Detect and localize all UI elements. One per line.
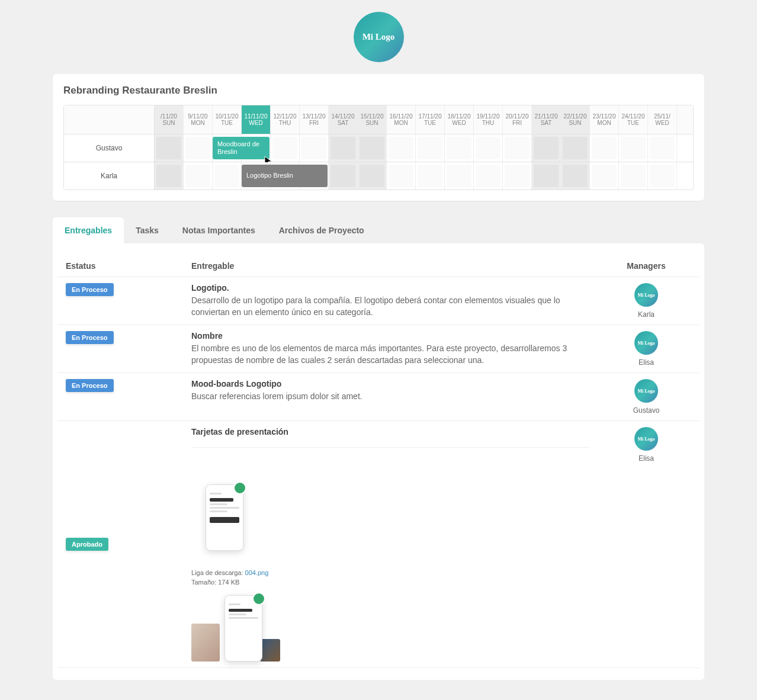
- gantt-cell[interactable]: [561, 162, 590, 190]
- deliverable-title[interactable]: Mood-boards Logotipo: [191, 379, 589, 388]
- image-thumb-icon: [191, 624, 220, 662]
- project-card: Rebranding Restaurante Breslin /11/20SUN…: [53, 74, 704, 201]
- image-thumb-icon: [260, 639, 280, 662]
- gantt-cell[interactable]: [416, 162, 445, 190]
- gantt-cell[interactable]: [387, 134, 416, 162]
- gantt-day-header: 22/11/20SUN: [561, 105, 590, 134]
- gantt-day-header: /11/20SUN: [155, 105, 184, 134]
- gantt-task-bar[interactable]: Moodboard de Breslin: [213, 137, 270, 159]
- deliverable-row: En ProcesoNombreEl nombre es uno de los …: [57, 325, 700, 373]
- gantt-day-header: 9/11/20MON: [184, 105, 213, 134]
- manager[interactable]: Mi LogoElisa: [593, 331, 700, 367]
- tabs: EntregablesTasksNotas ImportantesArchivo…: [53, 217, 704, 243]
- avatar: Mi Logo: [634, 283, 658, 307]
- tab-tasks[interactable]: Tasks: [124, 217, 171, 243]
- status-badge[interactable]: En Proceso: [66, 379, 114, 392]
- gantt-row: KarlaLogotipo Breslin: [64, 162, 693, 190]
- gantt-day-header: 16/11/20MON: [387, 105, 416, 134]
- gantt-cell[interactable]: [184, 162, 213, 190]
- gantt-day-header: 15/11/20SUN: [358, 105, 387, 134]
- gantt-cell[interactable]: [619, 162, 648, 190]
- gantt-cell[interactable]: [532, 162, 561, 190]
- gantt-day-header: 10/11/20TUE: [213, 105, 242, 134]
- gantt-cell[interactable]: [213, 162, 242, 190]
- gantt-cell[interactable]: [300, 134, 329, 162]
- logo-circle: Mi Logo: [354, 12, 404, 62]
- gantt-cell[interactable]: [271, 134, 300, 162]
- manager-name: Elisa: [639, 358, 654, 367]
- gantt-cell[interactable]: [387, 162, 416, 190]
- gantt-row-name: Gustavo: [64, 134, 155, 162]
- status-badge[interactable]: Aprobado: [66, 538, 108, 551]
- deliverable-title[interactable]: Tarjetas de presentación: [191, 427, 589, 436]
- gantt-day-header: 19/11/20THU: [474, 105, 503, 134]
- gantt-task-bar[interactable]: Logotipo Breslin: [242, 165, 328, 187]
- tab-archivos-de-proyecto[interactable]: Archivos de Proyecto: [267, 217, 376, 243]
- attachment-thumbnail[interactable]: [191, 595, 280, 662]
- gantt-day-header: 13/11/20FRI: [300, 105, 329, 134]
- gantt-cell[interactable]: [155, 134, 184, 162]
- gantt-cell[interactable]: [184, 134, 213, 162]
- col-header-status: Estatus: [57, 261, 188, 271]
- avatar: Mi Logo: [634, 331, 658, 355]
- status-dot-icon: [252, 592, 265, 605]
- manager-name: Elisa: [639, 454, 654, 463]
- avatar: Mi Logo: [634, 427, 658, 451]
- attachment-thumbnail[interactable]: [191, 470, 258, 565]
- gantt-cell[interactable]: [445, 162, 474, 190]
- gantt-header: /11/20SUN9/11/20MON10/11/20TUE11/11/20WE…: [64, 105, 693, 134]
- gantt-cell[interactable]: [474, 134, 503, 162]
- deliverable-title[interactable]: Logotipo.: [191, 283, 589, 293]
- gantt-cell[interactable]: [416, 134, 445, 162]
- gantt-cell[interactable]: [561, 134, 590, 162]
- gantt-day-header: 17/11/20TUE: [416, 105, 445, 134]
- manager[interactable]: Mi LogoKarla: [593, 283, 700, 319]
- deliverables-table: Estatus Entregable Managers En ProcesoLo…: [57, 255, 700, 668]
- deliverable-title[interactable]: Nombre: [191, 331, 589, 341]
- gantt-cell[interactable]: [155, 162, 184, 190]
- table-header-row: Estatus Entregable Managers: [57, 255, 700, 277]
- file-size: Tamaño: 174 KB: [191, 579, 589, 586]
- gantt-day-header: 18/11/20WED: [445, 105, 474, 134]
- gantt-chart[interactable]: /11/20SUN9/11/20MON10/11/20TUE11/11/20WE…: [63, 105, 694, 190]
- gantt-cell[interactable]: [358, 134, 387, 162]
- gantt-cell[interactable]: [329, 162, 358, 190]
- gantt-day-header: 12/11/20THU: [271, 105, 300, 134]
- gantt-day-header: 14/11/20SAT: [329, 105, 358, 134]
- gantt-day-header: 21/11/20SAT: [532, 105, 561, 134]
- gantt-cell[interactable]: [503, 162, 532, 190]
- gantt-cell[interactable]: [590, 134, 619, 162]
- gantt-cell[interactable]: [619, 134, 648, 162]
- phone-mockup-icon: [206, 484, 243, 551]
- status-badge[interactable]: En Proceso: [66, 283, 114, 296]
- status-badge[interactable]: En Proceso: [66, 331, 114, 344]
- tab-entregables[interactable]: Entregables: [53, 217, 124, 243]
- deliverable-row: En ProcesoLogotipo.Desarrollo de un logo…: [57, 277, 700, 325]
- deliverable-description: Buscar referencias lorem ipsum dolor sit…: [191, 391, 589, 403]
- tab-panel-entregables: Estatus Entregable Managers En ProcesoLo…: [53, 243, 704, 680]
- gantt-day-header: 24/11/20TUE: [619, 105, 648, 134]
- gantt-cell[interactable]: [648, 134, 677, 162]
- gantt-day-header: 20/11/20FRI: [503, 105, 532, 134]
- col-header-deliverable: Entregable: [188, 261, 593, 271]
- gantt-cell[interactable]: [503, 134, 532, 162]
- gantt-cell[interactable]: [648, 162, 677, 190]
- gantt-day-header: 25/11/WED: [648, 105, 677, 134]
- phone-mockup-icon: [224, 595, 262, 662]
- gantt-cell[interactable]: [474, 162, 503, 190]
- deliverable-row: En ProcesoMood-boards LogotipoBuscar ref…: [57, 373, 700, 421]
- gantt-cell[interactable]: [590, 162, 619, 190]
- manager[interactable]: Mi LogoElisa: [593, 427, 700, 463]
- gantt-day-header: 11/11/20WED: [242, 105, 271, 134]
- gantt-cell[interactable]: [532, 134, 561, 162]
- gantt-cell[interactable]: [329, 134, 358, 162]
- gantt-cell[interactable]: [358, 162, 387, 190]
- tab-notas-importantes[interactable]: Notas Importantes: [171, 217, 267, 243]
- gantt-cell[interactable]: [445, 134, 474, 162]
- col-header-managers: Managers: [593, 261, 700, 271]
- download-link[interactable]: 004.png: [245, 569, 269, 576]
- logo[interactable]: Mi Logo: [53, 12, 704, 62]
- manager[interactable]: Mi LogoGustavo: [593, 379, 700, 415]
- logo-text: Mi Logo: [363, 32, 395, 42]
- avatar: Mi Logo: [634, 379, 658, 403]
